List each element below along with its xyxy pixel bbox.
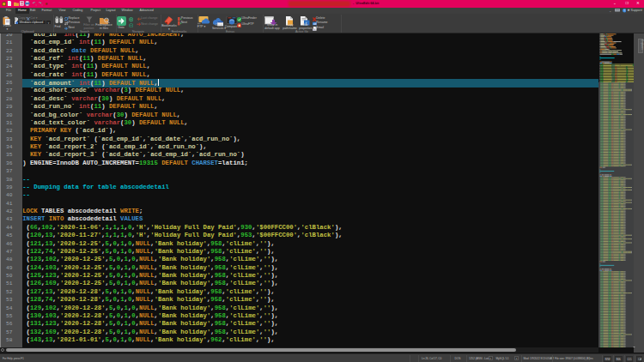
svg-text:?: ? xyxy=(623,9,625,13)
